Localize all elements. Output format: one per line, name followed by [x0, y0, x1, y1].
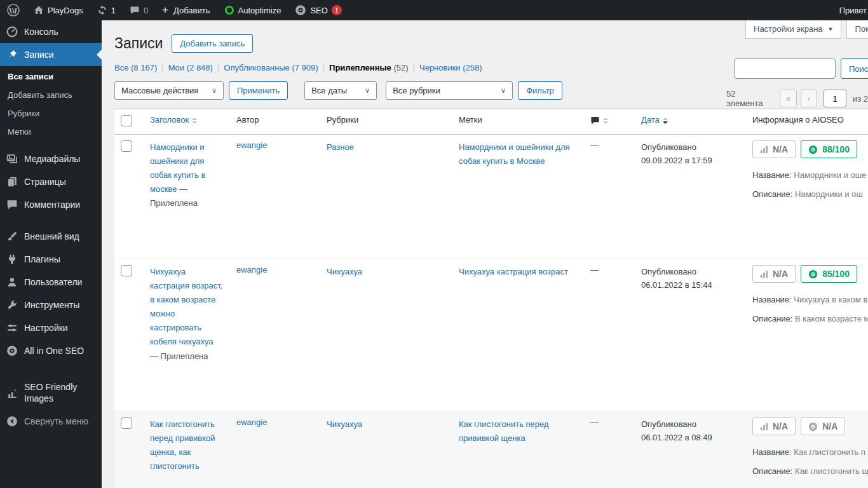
sidebar-item-aioseo[interactable]: All in One SEO	[0, 339, 102, 362]
chevron-down-icon: ∨	[494, 86, 506, 95]
sidebar-item-seo-friendly-images[interactable]: SEO Friendly Images	[0, 376, 102, 410]
comments-value: —	[590, 140, 599, 150]
menu-label: Записи	[24, 50, 53, 60]
sidebar-item-comments[interactable]: Комментарии	[0, 193, 102, 216]
aioseo-score-badge[interactable]: N/A	[801, 417, 845, 435]
admin-bar: PlayDogs 1 0 + Добавить Autoptimize SEO …	[0, 0, 868, 20]
aioseo-score-badge[interactable]: 88/100	[801, 140, 857, 158]
menu-label: Свернуть меню	[24, 416, 88, 426]
column-header-date[interactable]: Дата	[635, 109, 746, 135]
aioseo-score-badge[interactable]: 85/100	[801, 265, 857, 283]
category-link[interactable]: Разное	[327, 142, 354, 152]
adminbar-new-content[interactable]: + Добавить	[155, 0, 217, 20]
seo-name-value: Намордники и оше	[794, 170, 866, 180]
post-title-link[interactable]: Намордники и ошейники для собак купить в…	[150, 142, 205, 194]
adminbar-site-name[interactable]: PlayDogs	[27, 0, 90, 20]
dashboard-icon	[6, 26, 18, 37]
post-date: 09.09.2022 в 17:59	[641, 154, 740, 167]
dates-filter-select[interactable]: Все даты ∨	[304, 81, 377, 100]
submenu-add-post[interactable]: Добавить запись	[0, 86, 102, 104]
menu-label: Внешний вид	[24, 231, 79, 241]
bulk-actions-select[interactable]: Массовые действия ∨	[114, 81, 224, 100]
aioseo-gear-icon	[808, 269, 818, 279]
submenu-all-posts[interactable]: Все записи	[0, 67, 102, 86]
row-checkbox[interactable]	[121, 417, 132, 429]
seo-label: SEO	[310, 6, 327, 15]
search-input[interactable]	[734, 58, 836, 79]
screen-options-button[interactable]: Настройки экрана ▼	[745, 20, 841, 39]
truseo-score-badge[interactable]: N/A	[752, 265, 796, 283]
sidebar-item-plugins[interactable]: Плагины	[0, 248, 102, 271]
menu-label: Медиафайлы	[24, 154, 80, 164]
tags-link[interactable]: Как глистогонить перед прививкой щенка	[459, 419, 548, 443]
seo-description-label: Описание:	[752, 189, 792, 199]
category-link[interactable]: Чихуахуа	[327, 267, 362, 276]
filter-published[interactable]: Опубликованные (7 909)	[224, 63, 318, 72]
tags-link[interactable]: Намордники и ошейники для собак купить в…	[459, 142, 570, 166]
appearance-brush-icon	[6, 231, 18, 242]
plus-icon: +	[162, 4, 168, 17]
row-checkbox[interactable]	[121, 140, 132, 152]
apply-button[interactable]: Применить	[229, 81, 288, 100]
table-header-row: Заголовок Автор Рубрики Метки Дата Инфор…	[114, 109, 868, 135]
chart-icon	[6, 388, 18, 399]
sidebar-item-tools[interactable]: Инструменты	[0, 294, 102, 316]
first-page-button[interactable]: «	[780, 90, 796, 107]
screen-options-label: Настройки экрана	[754, 24, 823, 34]
seo-name-label: Название:	[752, 170, 792, 180]
row-checkbox[interactable]	[121, 265, 132, 276]
adminbar-autoptimize[interactable]: Autoptimize	[217, 0, 288, 20]
select-all-checkbox[interactable]	[121, 115, 132, 126]
sidebar-item-media[interactable]: Медиафайлы	[0, 147, 102, 170]
author-link[interactable]: ewangie	[236, 140, 267, 150]
sidebar-item-users[interactable]: Пользователи	[0, 271, 102, 294]
pagination: 52 элемента « ‹ из 2	[726, 89, 868, 108]
menu-label: Инструменты	[24, 300, 79, 310]
add-post-button[interactable]: Добавить запись	[172, 34, 253, 53]
column-header-title[interactable]: Заголовок	[144, 109, 230, 135]
sidebar-item-dashboard[interactable]: Консоль	[0, 20, 102, 43]
prev-page-button[interactable]: ‹	[801, 90, 817, 107]
sidebar-collapse-menu[interactable]: Свернуть меню	[0, 410, 102, 433]
truseo-score-badge[interactable]: N/A	[752, 140, 796, 158]
post-status: Опубликовано	[641, 265, 740, 278]
submenu-categories[interactable]: Рубрики	[0, 104, 102, 123]
search-button[interactable]: Поиск	[841, 58, 868, 79]
menu-label: Пользователи	[24, 277, 82, 287]
post-title-link[interactable]: Как глистогонить перед прививкой щенка, …	[150, 419, 215, 471]
category-link[interactable]: Чихуахуа	[327, 419, 362, 429]
filter-sticky[interactable]: Прилепленные (52)	[329, 63, 409, 72]
wordpress-logo[interactable]	[0, 0, 27, 20]
media-icon	[6, 153, 18, 165]
adminbar-greeting[interactable]: Привет	[839, 0, 868, 20]
chevron-down-icon: ∨	[205, 86, 217, 95]
adminbar-seo[interactable]: SEO !	[288, 0, 348, 20]
author-link[interactable]: ewangie	[236, 265, 267, 274]
user-icon	[6, 276, 18, 288]
post-title-link[interactable]: Чихуахуа кастрация возраст, в каком возр…	[150, 267, 222, 346]
sidebar-item-pages[interactable]: Страницы	[0, 170, 102, 193]
total-pages-label: из 2	[853, 94, 868, 104]
current-page-input[interactable]	[824, 90, 846, 107]
truseo-score-badge[interactable]: N/A	[752, 417, 796, 435]
sidebar-item-appearance[interactable]: Внешний вид	[0, 225, 102, 248]
sort-arrows-icon	[603, 118, 608, 124]
comment-bubble-icon	[130, 5, 140, 15]
filter-button[interactable]: Фильтр	[518, 81, 562, 100]
filter-drafts[interactable]: Черновики (258)	[419, 63, 482, 72]
filter-all[interactable]: Все (8 167)	[114, 63, 157, 72]
tags-link[interactable]: Чихуахуа кастрация возраст	[459, 267, 568, 276]
help-button[interactable]: Помощь ▼	[846, 20, 868, 39]
categories-filter-select[interactable]: Все рубрики ∨	[386, 81, 513, 100]
column-header-comments[interactable]	[584, 109, 635, 135]
sort-arrows-icon	[192, 118, 197, 124]
adminbar-updates[interactable]: 1	[90, 0, 123, 20]
seo-description-label: Описание:	[752, 466, 792, 476]
filter-mine[interactable]: Мои (2 848)	[168, 63, 213, 72]
author-link[interactable]: ewangie	[236, 417, 267, 427]
sidebar-item-settings[interactable]: Настройки	[0, 316, 102, 339]
adminbar-comments[interactable]: 0	[123, 0, 155, 20]
sidebar-item-posts[interactable]: Записи	[0, 43, 102, 66]
menu-label: Комментарии	[24, 200, 80, 210]
submenu-tags[interactable]: Метки	[0, 123, 102, 141]
